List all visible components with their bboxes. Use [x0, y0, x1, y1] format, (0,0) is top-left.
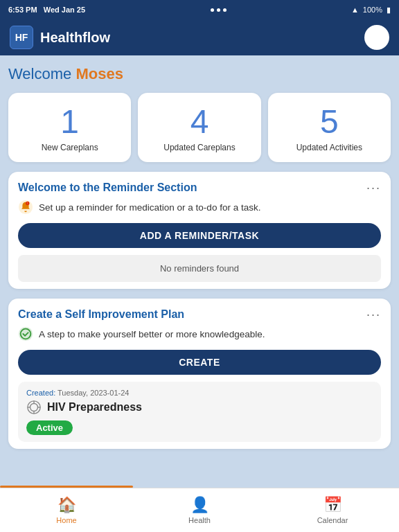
status-icons: ▲ 100% ▮: [351, 6, 391, 15]
plan-created-label: Created:: [26, 389, 55, 397]
home-icon: 🏠: [57, 496, 76, 514]
plan-name-row: HIV Preparedness: [26, 400, 373, 415]
app-title: Healthflow: [40, 30, 110, 46]
app-logo: HF: [10, 26, 33, 49]
nav-calendar[interactable]: 📅 Calendar: [266, 488, 399, 532]
stat-number-1: 4: [190, 105, 209, 139]
wifi-icon: ▲: [351, 6, 359, 14]
nav-home[interactable]: 🏠 Home: [0, 488, 133, 532]
stat-number-2: 5: [320, 105, 339, 139]
nav-health-label: Health: [188, 516, 211, 524]
nav-home-label: Home: [56, 516, 76, 524]
status-dots: [211, 8, 227, 12]
plan-created-info: Created: Tuesday, 2023-01-24: [26, 389, 373, 397]
stat-label-0: New Careplans: [42, 143, 98, 152]
reminder-desc-text: Set up a reminder for medication or a to…: [39, 202, 260, 213]
nav-health[interactable]: 👤 Health: [133, 488, 266, 532]
svg-point-6: [30, 404, 38, 411]
stat-updated-careplans: 4 Updated Careplans: [138, 93, 260, 162]
create-plan-button[interactable]: CREATE: [18, 350, 381, 375]
reminder-section: Welcome to the Reminder Section ··· ! Se…: [8, 172, 391, 289]
reminder-description: ! Set up a reminder for medication or a …: [18, 200, 381, 215]
self-improvement-section: Create a Self Improvement Plan ··· A ste…: [8, 299, 391, 449]
no-reminders-message: No reminders found: [18, 255, 381, 282]
welcome-name: Moses: [76, 65, 123, 82]
bottom-navigation: 🏠 Home 👤 Health 📅 Calendar: [0, 488, 399, 532]
battery-icon: ▮: [387, 6, 391, 15]
plan-name: HIV Preparedness: [47, 401, 142, 414]
stat-label-1: Updated Careplans: [163, 143, 235, 152]
stat-updated-activities: 5 Updated Activities: [268, 93, 391, 162]
main-content: Welcome Moses 1 New Careplans 4 Updated …: [0, 55, 399, 488]
plan-status-badge: Active: [26, 420, 73, 435]
header-left: HF Healthflow: [10, 26, 110, 49]
bell-icon: !: [18, 200, 33, 215]
reminder-more-button[interactable]: ···: [366, 181, 381, 194]
stats-row: 1 New Careplans 4 Updated Careplans 5 Up…: [8, 93, 391, 162]
welcome-section: Welcome Moses: [8, 65, 391, 83]
hiv-icon: [26, 400, 42, 415]
reminder-header: Welcome to the Reminder Section ···: [18, 181, 381, 194]
plan-created-date: Tuesday, 2023-01-24: [57, 389, 129, 397]
improvement-icon: [18, 326, 33, 342]
health-icon: 👤: [190, 496, 209, 514]
welcome-prefix: Welcome: [8, 65, 76, 82]
status-bar: 6:53 PM Wed Jan 25 ▲ 100% ▮: [0, 0, 399, 19]
stat-number-0: 1: [60, 105, 79, 139]
plan-item: Created: Tuesday, 2023-01-24 HIV Prepare…: [18, 382, 381, 442]
calendar-icon: 📅: [323, 496, 342, 514]
app-header: HF Healthflow: [0, 19, 399, 55]
stat-label-2: Updated Activities: [296, 143, 362, 152]
improvement-title: Create a Self Improvement Plan: [18, 308, 184, 321]
improvement-header: Create a Self Improvement Plan ···: [18, 308, 381, 321]
svg-text:!: !: [27, 202, 28, 205]
nav-calendar-label: Calendar: [317, 516, 348, 524]
status-time: 6:53 PM Wed Jan 25: [8, 6, 85, 14]
add-reminder-button[interactable]: ADD A REMINDER/TASK: [18, 223, 381, 248]
stat-new-careplans: 1 New Careplans: [8, 93, 131, 162]
improvement-more-button[interactable]: ···: [366, 308, 381, 321]
battery-label: 100%: [363, 6, 382, 14]
welcome-message: Welcome Moses: [8, 65, 123, 82]
improvement-description: A step to make yourself better or more k…: [18, 326, 381, 342]
user-avatar[interactable]: [364, 25, 389, 50]
reminder-title: Welcome to the Reminder Section: [18, 181, 197, 194]
improvement-desc-text: A step to make yourself better or more k…: [39, 329, 265, 339]
